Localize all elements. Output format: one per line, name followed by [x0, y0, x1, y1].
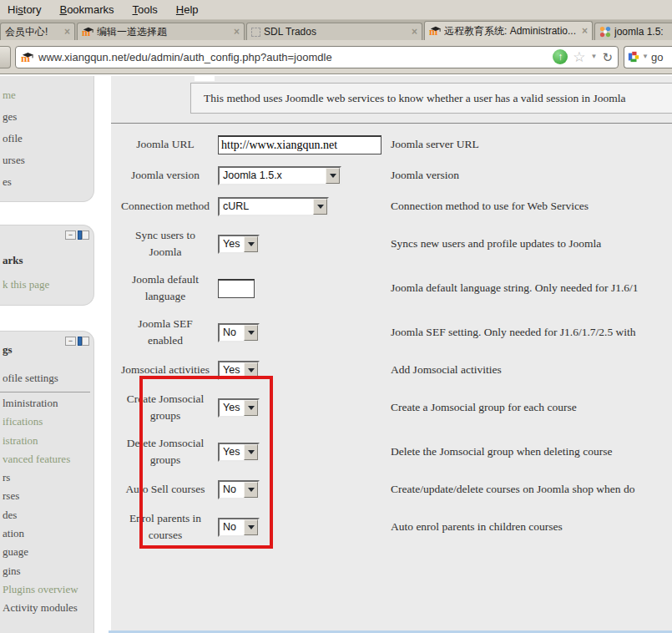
selected-value: No: [220, 521, 244, 533]
navigation-toolbar: m www.xiangqun.net/edu/admin/auth_config…: [0, 40, 672, 74]
google-icon: [628, 51, 639, 63]
dock-block-outline-icon: [82, 230, 89, 240]
auth-config-form: Joomla URL Joomla server URL Joomla vers…: [111, 134, 672, 544]
moodle-icon: m: [429, 25, 441, 37]
reload-icon[interactable]: ↻: [602, 51, 613, 63]
field-label: Enrol parents in courses: [119, 510, 211, 544]
collapse-block-icon[interactable]: −: [65, 230, 76, 240]
forward-button[interactable]: [0, 46, 11, 68]
close-icon[interactable]: ×: [62, 27, 70, 37]
dropdown-arrow-icon: [313, 199, 327, 215]
dropdown-arrow-icon: [244, 444, 258, 460]
sidebar-item-users[interactable]: rs: [0, 468, 93, 487]
tab-title: 远程教育系统: Administratio...: [444, 24, 576, 38]
tab-bar: 会员中心! × m 编辑一道选择题 × SDL Trados × m 远程教育系…: [0, 20, 672, 40]
sidebar-item-location[interactable]: ation: [0, 524, 93, 543]
tab-title: 编辑一道选择题: [97, 25, 228, 39]
sidebar-item-es[interactable]: es: [0, 171, 93, 193]
menu-bookmarks[interactable]: Bookmarks: [59, 3, 114, 16]
go-button[interactable]: ↑: [553, 49, 568, 64]
dock-block-outline-icon: [82, 337, 89, 346]
tab-member-center[interactable]: 会员中心! ×: [0, 23, 75, 40]
sidebar-item-advanced-features[interactable]: vanced features: [0, 450, 93, 468]
enrol-parents-select[interactable]: No: [218, 518, 260, 537]
dropdown-arrow-icon: [326, 168, 340, 184]
joomla-version-select[interactable]: Joomla 1.5.x: [218, 166, 341, 185]
address-bar[interactable]: m www.xiangqun.net/edu/admin/auth_config…: [15, 46, 619, 68]
sidebar-item-language[interactable]: guage: [0, 543, 93, 561]
field-description: Create a Jomsocial group for each course: [387, 401, 672, 414]
dropdown-arrow-icon: [244, 519, 258, 535]
search-box[interactable]: ▼ go: [624, 46, 672, 68]
tab-title: joomla 1.5:: [614, 26, 672, 38]
tab-distance-education-active[interactable]: m 远程教育系统: Administratio... ×: [424, 21, 593, 40]
sidebar-item-pages[interactable]: ges: [0, 106, 93, 128]
field-label: Joomla SEF enabled: [119, 316, 211, 349]
field-label: Connection method: [119, 198, 211, 215]
field-label: Sync users to Joomla: [119, 227, 211, 261]
tab-edit-question[interactable]: m 编辑一道选择题 ×: [77, 23, 245, 40]
form-row-joomla-url: Joomla URL Joomla server URL: [111, 134, 672, 154]
field-label: Auto Sell courses: [119, 481, 211, 498]
auto-sell-select[interactable]: No: [218, 480, 260, 499]
history-dropdown-icon[interactable]: ▼: [591, 53, 598, 60]
menu-history[interactable]: History: [8, 3, 41, 16]
jomsocial-activities-select[interactable]: Yes: [218, 361, 260, 380]
field-description: Joomla SEF setting. Only needed for J1.6…: [387, 326, 672, 339]
sidebar-item-activity-modules[interactable]: Activity modules: [0, 599, 93, 617]
menu-bar: History Bookmarks Tools Help: [0, 0, 672, 20]
sidebar-item-profile[interactable]: ofile: [0, 128, 93, 149]
menu-help[interactable]: Help: [176, 3, 199, 16]
sidebar-item-grades[interactable]: des: [0, 506, 93, 524]
sidebar-item-courses[interactable]: rses: [0, 487, 93, 505]
joomla-url-input[interactable]: [218, 135, 381, 154]
bookmark-this-page-link[interactable]: k this page: [0, 278, 93, 291]
form-row-connection-method: Connection method cURL Connection method…: [111, 196, 672, 216]
bookmark-star-icon[interactable]: ☆: [573, 50, 585, 64]
tab-joomla[interactable]: joomla 1.5:: [594, 23, 672, 40]
search-engine-dropdown-icon[interactable]: ▼: [642, 53, 649, 60]
form-row-joomla-version: Joomla version Joomla 1.5.x Joomla versi…: [111, 165, 672, 185]
field-description: Joomla default language string. Only nee…: [387, 281, 672, 295]
sidebar-item-profile-settings[interactable]: ofile settings: [0, 372, 93, 385]
field-description: Add Jomsocial activities: [387, 363, 672, 377]
close-icon[interactable]: ×: [231, 27, 240, 37]
close-icon[interactable]: ×: [579, 26, 588, 36]
collapse-block-icon[interactable]: −: [65, 337, 76, 346]
sync-users-select[interactable]: Yes: [218, 235, 260, 254]
dropdown-arrow-icon: [244, 236, 258, 252]
close-icon[interactable]: ×: [409, 27, 417, 37]
field-label: Delete Jomsocial groups: [119, 435, 211, 468]
form-row-jomsocial-activities: Jomsocial activities Yes Add Jomsocial a…: [111, 360, 672, 380]
page-top-notch: [195, 74, 215, 81]
sef-enabled-select[interactable]: No: [218, 323, 260, 342]
field-label: Create Jomsocial groups: [119, 391, 211, 424]
form-row-delete-jomsocial-groups: Delete Jomsocial groups Yes Delete the J…: [111, 435, 672, 468]
menu-tools[interactable]: Tools: [132, 3, 157, 16]
selected-value: Yes: [220, 238, 244, 250]
default-language-input[interactable]: [218, 279, 255, 298]
connection-method-select[interactable]: cURL: [218, 197, 329, 216]
selected-value: Yes: [220, 446, 244, 458]
create-jomsocial-groups-select[interactable]: Yes: [218, 398, 260, 418]
field-description: Auto enrol parents in children courses: [387, 520, 672, 534]
sidebar-item-courses[interactable]: urses: [0, 149, 93, 171]
sidebar-item-registration[interactable]: istration: [0, 432, 93, 450]
field-label: Joomla default language: [119, 271, 211, 305]
field-description: Delete the Jomsocial group when deleting…: [387, 445, 672, 458]
field-label: Joomla URL: [119, 136, 211, 153]
form-divider: [111, 123, 672, 124]
sidebar-item-plugins-overview[interactable]: Plugins overview: [0, 580, 93, 599]
tab-sdl-trados[interactable]: SDL Trados ×: [246, 23, 422, 40]
delete-jomsocial-groups-select[interactable]: Yes: [218, 443, 260, 462]
field-description: Connection method to use for Web Service…: [387, 200, 672, 213]
dropdown-arrow-icon: [244, 325, 258, 341]
sidebar-item-home[interactable]: me: [0, 84, 93, 106]
default-favicon-icon: [251, 28, 260, 37]
sidebar-item-site-administration[interactable]: lministration: [0, 394, 93, 413]
sidebar-item-plugins[interactable]: gins: [0, 562, 93, 580]
url-input[interactable]: www.xiangqun.net/edu/admin/auth_config.p…: [38, 51, 548, 63]
form-row-sef-enabled: Joomla SEF enabled No Joomla SEF setting…: [111, 316, 672, 349]
joomla-icon: [599, 26, 611, 38]
sidebar-item-notifications[interactable]: ifications: [0, 413, 93, 431]
